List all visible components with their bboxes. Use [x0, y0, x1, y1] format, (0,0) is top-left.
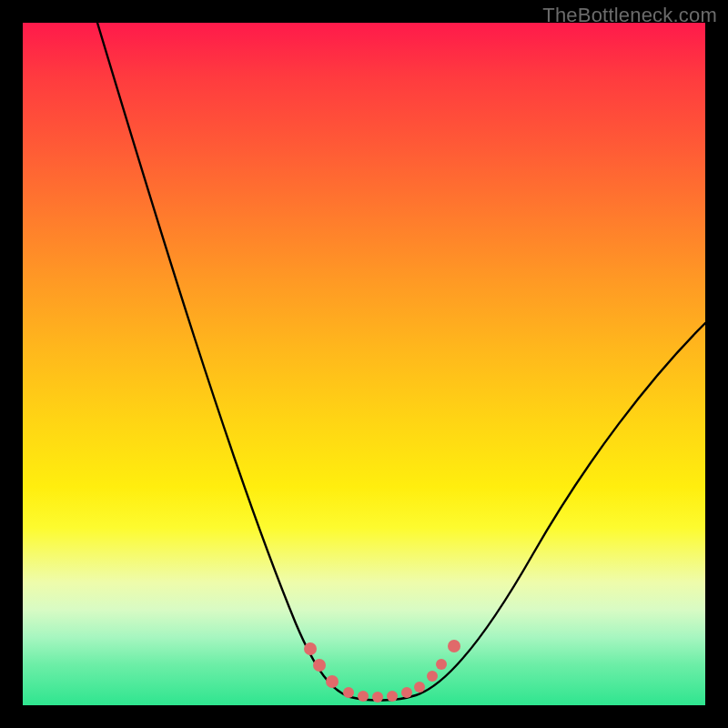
plot-area — [23, 23, 705, 705]
watermark-text: TheBottleneck.com — [542, 4, 717, 27]
marker-dot — [313, 659, 326, 672]
outer-frame: TheBottleneck.com — [0, 0, 728, 728]
marker-dot — [304, 642, 317, 655]
marker-dot — [372, 692, 383, 703]
marker-dot — [326, 675, 339, 688]
curve-group — [97, 23, 705, 701]
marker-dot — [414, 682, 425, 693]
marker-dot — [448, 640, 460, 652]
marker-dot — [343, 687, 354, 698]
chart-svg — [23, 23, 705, 705]
v-curve — [97, 23, 705, 701]
marker-dot — [358, 691, 369, 702]
marker-dot — [427, 671, 438, 682]
marker-dot — [401, 687, 412, 698]
marker-dot — [387, 691, 398, 702]
marker-dot — [436, 659, 447, 670]
marker-group — [304, 640, 460, 703]
